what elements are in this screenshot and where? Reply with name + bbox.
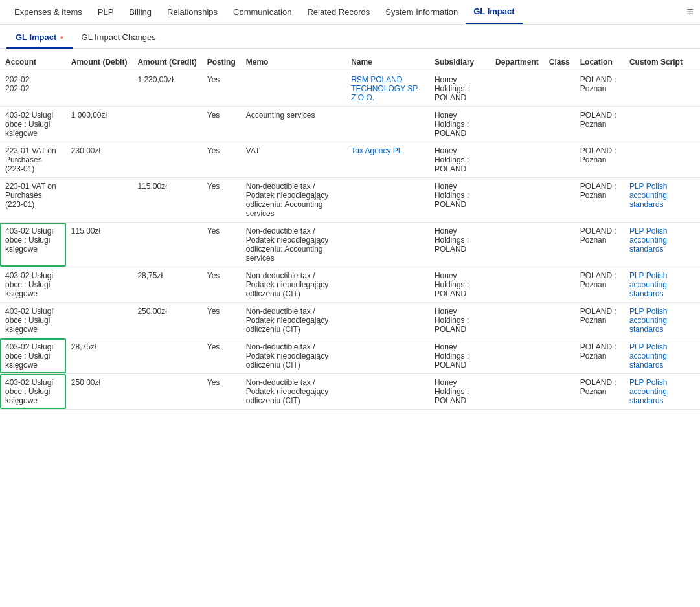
- custom-script-link[interactable]: PLP Polish accounting standards: [629, 307, 667, 334]
- cell-custom-script[interactable]: PLP Polish accounting standards: [624, 267, 700, 303]
- cell-amount-debit: 230,00zł: [66, 142, 133, 178]
- name-link[interactable]: RSM POLAND TECHNOLOGY SP. Z O.O.: [351, 75, 419, 102]
- cell-location: POLAND : Poznan: [575, 223, 624, 267]
- cell-custom-script[interactable]: PLP Polish accounting standards: [624, 374, 700, 410]
- cell-department: [490, 178, 544, 223]
- nav-item-plp[interactable]: PLP: [90, 1, 122, 23]
- cell-class: [544, 267, 575, 303]
- cell-name: [346, 267, 429, 303]
- sub-tab-gl-impact[interactable]: GL Impact •: [6, 27, 73, 49]
- cell-location: POLAND : Poznan: [575, 178, 624, 223]
- col-header-location: Location: [575, 54, 624, 71]
- nav-item-communication[interactable]: Communication: [225, 1, 299, 23]
- col-header-posting: Posting: [202, 54, 241, 71]
- cell-class: [544, 223, 575, 267]
- cell-memo: Non-deductible tax / Podatek niepodlegaj…: [241, 303, 346, 338]
- cell-account: 223-01 VAT on Purchases (223-01): [0, 178, 66, 223]
- cell-amount-credit: 1 230,00zł: [132, 71, 201, 107]
- cell-custom-script[interactable]: PLP Polish accounting standards: [624, 223, 700, 267]
- tab-dot: •: [58, 32, 63, 42]
- table-row: 403-02 Usługi obce : Usługi księgowe250,…: [0, 303, 700, 338]
- cell-class: [544, 142, 575, 178]
- nav-item-expenses---items[interactable]: Expenses & Items: [6, 1, 90, 23]
- table-row: 223-01 VAT on Purchases (223-01)115,00zł…: [0, 178, 700, 223]
- cell-custom-script[interactable]: PLP Polish accounting standards: [624, 178, 700, 223]
- name-link[interactable]: Tax Agency PL: [351, 146, 402, 155]
- cell-posting: Yes: [202, 71, 241, 107]
- table-row: 202-02202-021 230,00złYesRSM POLAND TECH…: [0, 71, 700, 107]
- cell-location: POLAND : Poznan: [575, 107, 624, 142]
- cell-location: POLAND : Poznan: [575, 267, 624, 303]
- col-header-department: Department: [490, 54, 544, 71]
- cell-department: [490, 107, 544, 142]
- cell-department: [490, 303, 544, 338]
- custom-script-link[interactable]: PLP Polish accounting standards: [629, 182, 667, 209]
- cell-memo: Non-deductible tax / Podatek niepodlegaj…: [241, 223, 346, 267]
- cell-department: [490, 267, 544, 303]
- cell-amount-debit: 1 000,00zł: [66, 107, 133, 142]
- cell-amount-credit: [132, 142, 201, 178]
- nav-item-system-information[interactable]: System Information: [378, 1, 466, 23]
- cell-amount-credit: [132, 107, 201, 142]
- cell-account: 403-02 Usługi obce : Usługi księgowe: [0, 374, 66, 410]
- col-header-memo: Memo: [241, 54, 346, 71]
- top-navigation: Expenses & ItemsPLPBillingRelationshipsC…: [0, 0, 700, 25]
- cell-location: POLAND : Poznan: [575, 142, 624, 178]
- cell-account: 403-02 Usługi obce : Usługi księgowe: [0, 223, 66, 267]
- cell-subsidiary: Honey Holdings : POLAND: [429, 267, 490, 303]
- cell-location: POLAND : Poznan: [575, 71, 624, 107]
- cell-amount-debit: 115,00zł: [66, 223, 133, 267]
- gl-impact-table-container: AccountAmount (Debit)Amount (Credit)Post…: [0, 49, 700, 415]
- sub-tab-gl-impact-changes[interactable]: GL Impact Changes: [73, 27, 165, 49]
- cell-memo: Non-deductible tax / Podatek niepodlegaj…: [241, 178, 346, 223]
- cell-class: [544, 107, 575, 142]
- cell-subsidiary: Honey Holdings : POLAND: [429, 142, 490, 178]
- nav-item-gl-impact[interactable]: GL Impact: [466, 0, 522, 24]
- custom-script-link[interactable]: PLP Polish accounting standards: [629, 378, 667, 405]
- cell-class: [544, 178, 575, 223]
- cell-location: POLAND : Poznan: [575, 374, 624, 410]
- cell-subsidiary: Honey Holdings : POLAND: [429, 107, 490, 142]
- nav-item-related-records[interactable]: Related Records: [299, 1, 378, 23]
- cell-custom-script[interactable]: PLP Polish accounting standards: [624, 338, 700, 374]
- sub-tabs: GL Impact •GL Impact Changes: [0, 27, 700, 49]
- menu-icon[interactable]: ≡: [686, 5, 694, 19]
- cell-amount-debit: [66, 71, 133, 107]
- nav-item-billing[interactable]: Billing: [121, 1, 159, 23]
- cell-memo: VAT: [241, 142, 346, 178]
- cell-name[interactable]: Tax Agency PL: [346, 142, 429, 178]
- cell-memo: Non-deductible tax / Podatek niepodlegaj…: [241, 267, 346, 303]
- cell-account: 403-02 Usługi obce : Usługi księgowe: [0, 107, 66, 142]
- cell-name: [346, 303, 429, 338]
- col-header-subsidiary: Subsidiary: [429, 54, 490, 71]
- cell-account: 202-02202-02: [0, 71, 66, 107]
- custom-script-link[interactable]: PLP Polish accounting standards: [629, 271, 667, 298]
- nav-item-relationships[interactable]: Relationships: [159, 1, 225, 23]
- cell-amount-debit: 28,75zł: [66, 338, 133, 374]
- cell-department: [490, 338, 544, 374]
- cell-name: [346, 374, 429, 410]
- col-header-amount--debit-: Amount (Debit): [66, 54, 133, 71]
- cell-department: [490, 71, 544, 107]
- cell-name: [346, 338, 429, 374]
- table-row: 403-02 Usługi obce : Usługi księgowe250,…: [0, 374, 700, 410]
- col-header-amount--credit-: Amount (Credit): [132, 54, 201, 71]
- cell-class: [544, 303, 575, 338]
- cell-amount-credit: 115,00zł: [132, 178, 201, 223]
- cell-subsidiary: Honey Holdings : POLAND: [429, 223, 490, 267]
- cell-amount-credit: 250,00zł: [132, 303, 201, 338]
- cell-custom-script: [624, 142, 700, 178]
- cell-posting: Yes: [202, 107, 241, 142]
- cell-subsidiary: Honey Holdings : POLAND: [429, 338, 490, 374]
- cell-memo: Non-deductible tax / Podatek niepodlegaj…: [241, 374, 346, 410]
- custom-script-link[interactable]: PLP Polish accounting standards: [629, 342, 667, 370]
- col-header-custom-script: Custom Script: [624, 54, 700, 71]
- cell-name: [346, 223, 429, 267]
- custom-script-link[interactable]: PLP Polish accounting standards: [629, 226, 667, 254]
- cell-amount-credit: 28,75zł: [132, 267, 201, 303]
- cell-subsidiary: Honey Holdings : POLAND: [429, 374, 490, 410]
- cell-custom-script[interactable]: PLP Polish accounting standards: [624, 303, 700, 338]
- cell-name: [346, 178, 429, 223]
- cell-account: 223-01 VAT on Purchases (223-01): [0, 142, 66, 178]
- cell-name[interactable]: RSM POLAND TECHNOLOGY SP. Z O.O.: [346, 71, 429, 107]
